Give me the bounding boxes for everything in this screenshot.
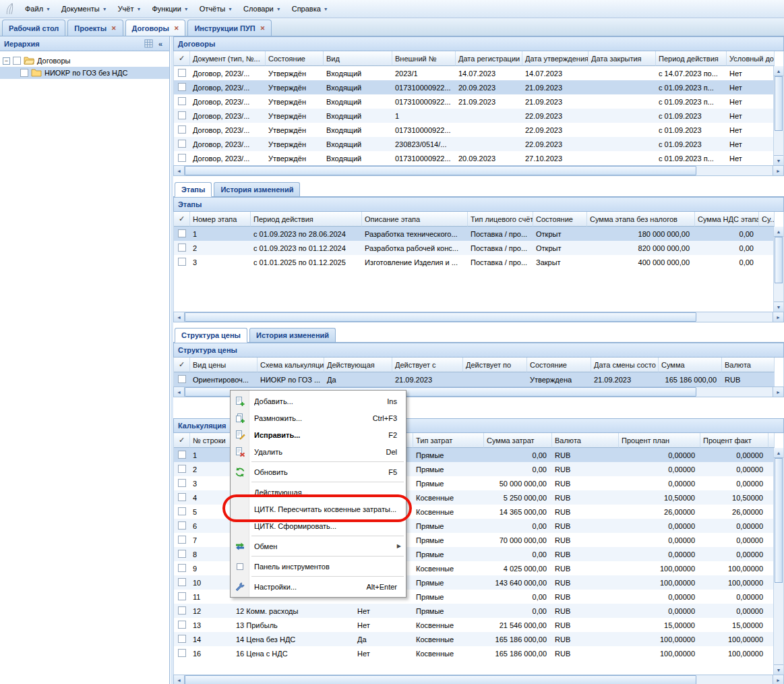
horizontal-scrollbar[interactable]: ◄► bbox=[173, 165, 784, 176]
table-row[interactable]: 1414 Цена без НДСДаКосвенные165 186 000,… bbox=[174, 632, 775, 646]
tab-close-icon[interactable]: ✕ bbox=[174, 25, 179, 32]
collapse-expander-icon[interactable]: − bbox=[3, 57, 10, 65]
column-header[interactable]: Дата утверждения bbox=[522, 51, 589, 66]
table-row[interactable]: 1616 Цена с НДСНетКосвенные165 186 000,0… bbox=[174, 646, 775, 660]
scrollbar-thumb[interactable] bbox=[185, 166, 696, 175]
tree-node-selected[interactable]: НИОКР по ГОЗ без НДС bbox=[0, 67, 169, 79]
horizontal-scrollbar[interactable]: ◄► bbox=[173, 675, 784, 684]
row-checkbox[interactable] bbox=[178, 635, 186, 643]
scroll-right-icon[interactable]: ► bbox=[773, 387, 783, 397]
row-checkbox[interactable] bbox=[178, 649, 186, 657]
column-header[interactable]: Сумма затрат bbox=[484, 433, 552, 448]
scrollbar-thumb[interactable] bbox=[185, 675, 696, 684]
select-all-header[interactable]: ✓ bbox=[174, 358, 190, 372]
row-checkbox[interactable] bbox=[178, 244, 186, 252]
scroll-down-icon[interactable]: ▼ bbox=[774, 302, 783, 312]
row-checkbox[interactable] bbox=[178, 140, 186, 148]
column-header[interactable]: Процент факт bbox=[700, 433, 768, 448]
column-header[interactable]: Условный догов bbox=[727, 51, 775, 66]
scroll-left-icon[interactable]: ◄ bbox=[174, 166, 185, 175]
column-header[interactable]: Действующая bbox=[324, 358, 392, 372]
select-all-header[interactable]: ✓ bbox=[174, 51, 190, 66]
menubar-item-справка[interactable]: Справка▼ bbox=[287, 2, 334, 16]
row-checkbox[interactable] bbox=[178, 550, 186, 558]
row-checkbox[interactable] bbox=[178, 154, 186, 162]
table-row[interactable]: 1с 01.09.2023 по 28.06.2024Разработка те… bbox=[174, 227, 775, 241]
section-tab[interactable]: История изменений bbox=[249, 328, 336, 342]
column-header[interactable]: Сумма этапа без налогов bbox=[587, 212, 695, 227]
row-checkbox[interactable] bbox=[178, 479, 186, 487]
menu-item[interactable]: ЦИТК. Пересчитать косвенные затраты... bbox=[231, 501, 405, 517]
column-header[interactable]: Действует с bbox=[392, 358, 463, 372]
table-row[interactable]: 1313 ПрибыльНетКосвенные21 546 000,00RUB… bbox=[174, 618, 775, 632]
row-checkbox[interactable] bbox=[178, 375, 186, 383]
table-row[interactable]: Договор, 2023/...УтверждёнВходящий017310… bbox=[174, 123, 775, 137]
select-all-header[interactable]: ✓ bbox=[174, 433, 190, 448]
scrollbar-thumb[interactable] bbox=[775, 76, 783, 131]
scroll-right-icon[interactable]: ► bbox=[773, 675, 783, 684]
menu-item[interactable]: Обмен▶ bbox=[231, 538, 405, 554]
tab-close-icon[interactable]: ✕ bbox=[111, 25, 117, 32]
column-header[interactable]: Дата закрытия bbox=[589, 51, 656, 66]
scroll-left-icon[interactable]: ◄ bbox=[174, 387, 185, 397]
column-header[interactable]: Су... bbox=[759, 212, 775, 227]
menu-item[interactable]: Исправить...F2 bbox=[231, 426, 405, 443]
row-checkbox[interactable] bbox=[178, 451, 186, 459]
scroll-right-icon[interactable]: ► bbox=[773, 166, 783, 175]
row-checkbox[interactable] bbox=[178, 507, 186, 515]
tab-close-icon[interactable]: ✕ bbox=[260, 25, 266, 32]
table-row[interactable]: 1212 Комм. расходыНетПрямые0,00RUB0,0000… bbox=[174, 604, 775, 618]
row-checkbox[interactable] bbox=[178, 536, 186, 544]
column-header[interactable]: Документ (тип, №... bbox=[190, 51, 266, 66]
table-row[interactable]: Договор, 2023/...УтверждёнВходящий230823… bbox=[174, 137, 775, 151]
menu-item[interactable]: Размножить...Ctrl+F3 bbox=[231, 409, 405, 426]
row-checkbox[interactable] bbox=[178, 578, 186, 586]
menubar-item-функции[interactable]: Функции▼ bbox=[146, 2, 193, 16]
column-header[interactable]: Состояние bbox=[533, 212, 587, 227]
tree-node-checkbox[interactable] bbox=[20, 69, 28, 77]
scroll-up-icon[interactable]: ▲ bbox=[774, 227, 783, 237]
column-header[interactable]: Валюта bbox=[552, 433, 619, 448]
menu-item[interactable]: Действующая... bbox=[231, 484, 405, 501]
column-header[interactable]: Номер этапа bbox=[190, 212, 251, 227]
row-checkbox[interactable] bbox=[178, 465, 186, 473]
column-header[interactable]: Дата смены состо bbox=[591, 358, 659, 372]
row-checkbox[interactable] bbox=[178, 592, 186, 600]
table-row[interactable]: Ориентировоч...НИОКР по ГОЗ ...Да21.09.2… bbox=[174, 372, 775, 387]
column-header[interactable]: Сумма НДС этапа bbox=[695, 212, 759, 227]
table-row[interactable]: Договор, 2023/...УтверждёнВходящий017310… bbox=[174, 94, 775, 109]
row-checkbox[interactable] bbox=[178, 258, 186, 266]
row-checkbox[interactable] bbox=[178, 606, 186, 615]
row-checkbox[interactable] bbox=[178, 111, 186, 119]
column-header[interactable]: Вид цены bbox=[190, 358, 258, 372]
document-tab[interactable]: Проекты✕ bbox=[67, 20, 123, 36]
section-tab[interactable]: Этапы bbox=[175, 182, 212, 197]
scroll-up-icon[interactable]: ▲ bbox=[774, 448, 783, 458]
table-row[interactable]: Договор, 2023/...УтверждёнВходящий2023/1… bbox=[174, 66, 775, 80]
scroll-down-icon[interactable]: ▼ bbox=[774, 664, 783, 675]
column-header[interactable]: Состояние bbox=[527, 358, 591, 372]
row-checkbox[interactable] bbox=[178, 69, 186, 77]
column-header[interactable]: Дата регистрации bbox=[456, 51, 522, 66]
menu-item[interactable]: Добавить...Ins bbox=[231, 393, 405, 409]
vertical-scrollbar[interactable]: ▲▼ bbox=[773, 448, 783, 675]
column-header[interactable]: Схема калькуляции bbox=[258, 358, 324, 372]
column-header[interactable]: Тип лицевого счёт bbox=[468, 212, 533, 227]
horizontal-scrollbar[interactable]: ◄► bbox=[173, 312, 784, 322]
column-header[interactable]: Действует по bbox=[463, 358, 527, 372]
row-checkbox[interactable] bbox=[178, 97, 186, 105]
tree-node-checkbox[interactable] bbox=[13, 57, 21, 65]
column-header[interactable]: Описание этапа bbox=[362, 212, 468, 227]
collapse-panel-button[interactable]: « bbox=[154, 38, 167, 49]
scroll-down-icon[interactable]: ▼ bbox=[774, 155, 783, 165]
table-row[interactable]: Договор, 2023/...УтверждёнВходящий017310… bbox=[174, 151, 775, 165]
vertical-scrollbar[interactable]: ▲▼ bbox=[773, 66, 783, 165]
scrollbar-thumb[interactable] bbox=[775, 458, 783, 583]
column-header[interactable] bbox=[768, 433, 775, 448]
section-tab[interactable]: Структура цены bbox=[175, 328, 247, 343]
table-row[interactable]: 2с 01.09.2023 по 01.12.2024Разработка ра… bbox=[174, 241, 775, 255]
document-tab[interactable]: Рабочий стол bbox=[2, 20, 65, 36]
menu-item[interactable]: ЦИТК. Сформировать... bbox=[231, 517, 405, 534]
row-checkbox[interactable] bbox=[178, 621, 186, 629]
scroll-up-icon[interactable]: ▲ bbox=[774, 66, 783, 76]
